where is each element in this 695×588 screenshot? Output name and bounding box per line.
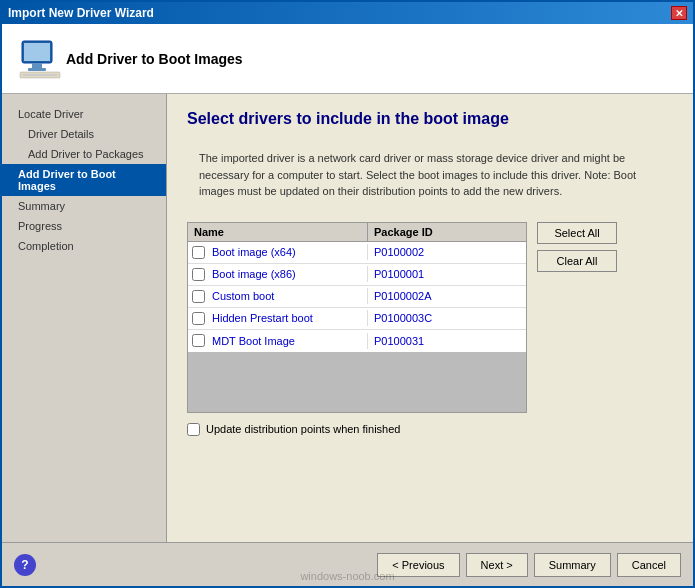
row-name: MDT Boot Image xyxy=(208,333,368,349)
sidebar-item-add-to-boot[interactable]: Add Driver to Boot Images xyxy=(2,164,166,196)
sidebar-item-locate-driver[interactable]: Locate Driver xyxy=(2,104,166,124)
sidebar: Locate Driver Driver Details Add Driver … xyxy=(2,94,167,542)
title-bar: Import New Driver Wizard ✕ xyxy=(2,2,693,24)
sidebar-item-completion[interactable]: Completion xyxy=(2,236,166,256)
sidebar-item-driver-details[interactable]: Driver Details xyxy=(2,124,166,144)
col-name-header: Name xyxy=(188,223,368,241)
update-checkbox-row: Update distribution points when finished xyxy=(187,423,673,436)
row-checkbox-cell xyxy=(188,290,208,303)
sidebar-item-add-to-packages[interactable]: Add Driver to Packages xyxy=(2,144,166,164)
update-label[interactable]: Update distribution points when finished xyxy=(206,423,400,435)
driver-table: Name Package ID Boot image (x64) P010000… xyxy=(187,222,527,413)
row-checkbox[interactable] xyxy=(192,268,205,281)
row-checkbox-cell xyxy=(188,334,208,347)
main-content: Select drivers to include in the boot im… xyxy=(167,94,693,542)
table-empty-area xyxy=(188,352,526,412)
cancel-button[interactable]: Cancel xyxy=(617,553,681,577)
help-button[interactable]: ? xyxy=(14,554,36,576)
page-title: Select drivers to include in the boot im… xyxy=(187,110,673,128)
select-all-button[interactable]: Select All xyxy=(537,222,617,244)
window-title: Import New Driver Wizard xyxy=(8,6,671,20)
row-pkg: P0100001 xyxy=(368,266,526,282)
wizard-window: Import New Driver Wizard ✕ Add Driver to… xyxy=(0,0,695,588)
sidebar-item-summary[interactable]: Summary xyxy=(2,196,166,216)
row-checkbox[interactable] xyxy=(192,334,205,347)
wizard-icon xyxy=(18,35,66,83)
row-pkg: P0100031 xyxy=(368,333,526,349)
row-checkbox[interactable] xyxy=(192,312,205,325)
svg-rect-2 xyxy=(32,63,42,68)
clear-all-button[interactable]: Clear All xyxy=(537,250,617,272)
table-row: Boot image (x64) P0100002 xyxy=(188,242,526,264)
table-row: MDT Boot Image P0100031 xyxy=(188,330,526,352)
row-checkbox-cell xyxy=(188,312,208,325)
table-row: Hidden Prestart boot P0100003C xyxy=(188,308,526,330)
table-body: Boot image (x64) P0100002 Boot image (x8… xyxy=(188,242,526,352)
footer: ? < Previous Next > Summary Cancel windo… xyxy=(2,542,693,586)
table-row: Boot image (x86) P0100001 xyxy=(188,264,526,286)
row-pkg: P0100002 xyxy=(368,244,526,260)
sidebar-item-progress[interactable]: Progress xyxy=(2,216,166,236)
row-name: Hidden Prestart boot xyxy=(208,310,368,326)
svg-rect-5 xyxy=(23,74,57,76)
row-name: Boot image (x86) xyxy=(208,266,368,282)
col-pkg-header: Package ID xyxy=(368,223,526,241)
row-pkg: P0100003C xyxy=(368,310,526,326)
row-name: Custom boot xyxy=(208,288,368,304)
info-box: The imported driver is a network card dr… xyxy=(187,142,673,208)
info-text: The imported driver is a network card dr… xyxy=(199,152,636,197)
row-checkbox-cell xyxy=(188,246,208,259)
close-button[interactable]: ✕ xyxy=(671,6,687,20)
table-header: Name Package ID xyxy=(188,223,526,242)
row-checkbox-cell xyxy=(188,268,208,281)
side-buttons: Select All Clear All xyxy=(537,222,617,413)
previous-button[interactable]: < Previous xyxy=(377,553,459,577)
row-checkbox[interactable] xyxy=(192,246,205,259)
next-button[interactable]: Next > xyxy=(466,553,528,577)
update-checkbox[interactable] xyxy=(187,423,200,436)
table-area: Name Package ID Boot image (x64) P010000… xyxy=(187,222,673,413)
table-row: Custom boot P0100002A xyxy=(188,286,526,308)
content-area: Locate Driver Driver Details Add Driver … xyxy=(2,94,693,542)
summary-button[interactable]: Summary xyxy=(534,553,611,577)
row-name: Boot image (x64) xyxy=(208,244,368,260)
svg-rect-1 xyxy=(24,43,50,61)
row-pkg: P0100002A xyxy=(368,288,526,304)
row-checkbox[interactable] xyxy=(192,290,205,303)
svg-rect-3 xyxy=(28,68,46,71)
header-area: Add Driver to Boot Images xyxy=(2,24,693,94)
header-title: Add Driver to Boot Images xyxy=(66,51,243,67)
